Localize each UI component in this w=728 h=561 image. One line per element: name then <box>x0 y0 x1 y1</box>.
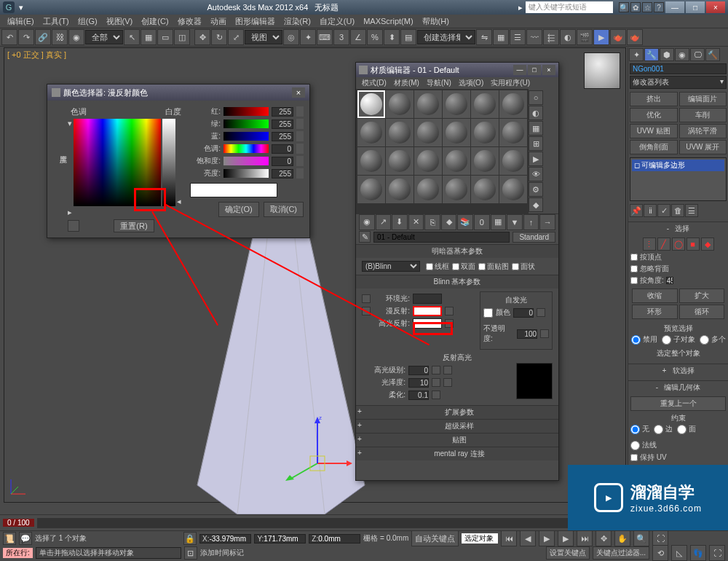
two-sided-checkbox[interactable]: 双面 <box>452 262 475 272</box>
show-end-icon[interactable]: ▼ <box>507 214 523 230</box>
menu-help[interactable]: 帮助(H) <box>418 15 454 28</box>
material-slot[interactable] <box>443 119 470 146</box>
isolate-icon[interactable]: ⊡ <box>184 546 197 560</box>
color-checkbox[interactable] <box>483 308 493 318</box>
green-input[interactable] <box>272 119 293 129</box>
align-icon[interactable]: ▦ <box>493 29 509 45</box>
menu-graph-editors[interactable]: 图形编辑器 <box>231 15 280 28</box>
ambient-swatch[interactable] <box>413 294 442 304</box>
select-by-mat-icon[interactable]: ◆ <box>529 197 543 212</box>
hierarchy-tab-icon[interactable]: ⬢ <box>660 48 674 61</box>
move-icon[interactable]: ✥ <box>194 29 210 45</box>
spinner-icon[interactable] <box>296 168 304 178</box>
ambient-lock-icon[interactable] <box>362 294 371 303</box>
shader-params-header[interactable]: 明暗器基本参数 <box>356 245 558 258</box>
viewport-nav-icon[interactable]: ✥ <box>596 530 612 546</box>
material-slot[interactable] <box>357 176 385 203</box>
sat-slider[interactable] <box>223 157 269 165</box>
menu-animation[interactable]: 动画 <box>206 15 231 28</box>
make-copy-icon[interactable]: ⎘ <box>424 214 440 230</box>
mirror-icon[interactable]: ⇋ <box>476 29 492 45</box>
menu-group[interactable]: 组(G) <box>74 15 102 28</box>
video-check-icon[interactable]: ▶ <box>529 152 543 166</box>
maximize-button[interactable]: □ <box>686 1 705 13</box>
extrude-button[interactable]: 挤出 <box>630 92 678 106</box>
lock-icon[interactable]: 🔒 <box>183 532 197 545</box>
wireframe-checkbox[interactable]: 线框 <box>426 262 449 272</box>
menu-maxscript[interactable]: MAXScript(M) <box>359 15 417 27</box>
rotate-icon[interactable]: ↻ <box>211 29 227 45</box>
pin-stack-icon[interactable]: 📌 <box>630 204 643 217</box>
configure-icon[interactable]: ☰ <box>685 204 698 217</box>
teapot-icon[interactable]: 🫖 <box>627 29 643 45</box>
search-icon[interactable]: 🔍 <box>619 2 629 12</box>
opacity-input[interactable] <box>517 329 537 339</box>
ring-button[interactable]: 环形 <box>632 305 678 319</box>
make-unique-icon[interactable]: ✓ <box>657 204 670 217</box>
selection-set-field[interactable]: 选定对象 <box>462 533 498 544</box>
go-forward-icon[interactable]: → <box>539 214 555 230</box>
zoom-icon[interactable]: 🔍 <box>633 530 649 546</box>
help-icon[interactable]: ? <box>654 2 664 12</box>
render-setup-icon[interactable]: 🎬 <box>577 29 593 45</box>
display-tab-icon[interactable]: 🖵 <box>690 48 705 61</box>
layers-icon[interactable]: ☰ <box>510 29 526 45</box>
ignore-backfacing-checkbox[interactable]: 忽略背面 <box>630 264 726 274</box>
material-slot[interactable] <box>414 90 442 118</box>
repeat-last-button[interactable]: 重复上一个 <box>630 396 726 411</box>
red-slider[interactable] <box>223 107 269 116</box>
sample-type-icon[interactable]: ○ <box>529 90 543 105</box>
extended-params-header[interactable]: +扩展参数 <box>356 406 558 419</box>
remove-mod-icon[interactable]: 🗑 <box>671 204 684 217</box>
lathe-button[interactable]: 车削 <box>679 108 727 122</box>
softsel-rollout-header[interactable]: + 软选择 <box>628 364 728 377</box>
val-input[interactable] <box>272 169 293 178</box>
map-button[interactable] <box>443 378 452 387</box>
pivot-icon[interactable]: ◎ <box>283 29 299 45</box>
orbit-icon[interactable]: ⟲ <box>652 545 668 561</box>
vertex-subobj-icon[interactable]: ⋮ <box>643 238 656 251</box>
minimize-button[interactable]: — <box>513 65 526 75</box>
walk-icon[interactable]: 👣 <box>690 545 706 561</box>
map-button[interactable] <box>445 307 454 315</box>
edge-subobj-icon[interactable]: ╱ <box>657 238 670 251</box>
me-menu-navigate[interactable]: 导航(N) <box>424 78 454 88</box>
minimize-button[interactable]: — <box>665 1 684 13</box>
shrink-button[interactable]: 收缩 <box>632 289 678 303</box>
reset-button[interactable]: 重置(R) <box>114 219 154 232</box>
percent-snap-icon[interactable]: % <box>367 29 383 45</box>
angle-snap-icon[interactable]: ∠ <box>350 29 366 45</box>
material-slot[interactable] <box>414 147 442 175</box>
blue-input[interactable] <box>272 132 293 141</box>
show-end-icon[interactable]: ⅱ <box>644 204 657 217</box>
soften-input[interactable] <box>408 391 429 400</box>
spinner-icon[interactable] <box>296 106 304 117</box>
material-slot[interactable] <box>386 119 414 146</box>
help-search-input[interactable]: 键入关键字或短语 <box>526 1 613 13</box>
sat-input[interactable] <box>272 157 293 166</box>
get-material-icon[interactable]: ◉ <box>359 214 375 230</box>
show-map-icon[interactable]: ▦ <box>491 214 507 230</box>
prev-frame-icon[interactable]: ◀ <box>520 530 536 546</box>
disable-radio[interactable]: 禁用 <box>631 334 657 345</box>
shader-select[interactable]: (B)Blinn <box>362 261 420 272</box>
material-editor-titlebar[interactable]: 材质编辑器 - 01 - Default —□× <box>356 63 558 77</box>
snap-icon[interactable]: 3 <box>333 29 349 45</box>
normal-radio[interactable]: 法线 <box>630 440 657 450</box>
diffuse-swatch[interactable] <box>413 306 442 316</box>
scale-icon[interactable]: ⤢ <box>228 29 244 45</box>
menu-tools[interactable]: 工具(T) <box>39 15 74 28</box>
spinner-icon[interactable] <box>432 391 440 399</box>
goto-start-icon[interactable]: ⏮ <box>501 530 517 546</box>
uvwmap-button[interactable]: UVW 贴图 <box>630 124 678 138</box>
go-parent-icon[interactable]: ↑ <box>523 214 539 230</box>
blue-slider[interactable] <box>223 132 269 141</box>
edit-named-sel-icon[interactable]: ▤ <box>400 29 416 45</box>
x-input[interactable] <box>209 535 248 543</box>
val-slider[interactable] <box>223 169 269 178</box>
play-icon[interactable]: ▶ <box>539 530 555 546</box>
named-selection-set-select[interactable]: 创建选择集 <box>417 30 475 44</box>
fov-icon[interactable]: ◺ <box>671 545 687 561</box>
none-radio[interactable]: 无 <box>630 424 649 434</box>
material-slot[interactable] <box>471 147 499 175</box>
